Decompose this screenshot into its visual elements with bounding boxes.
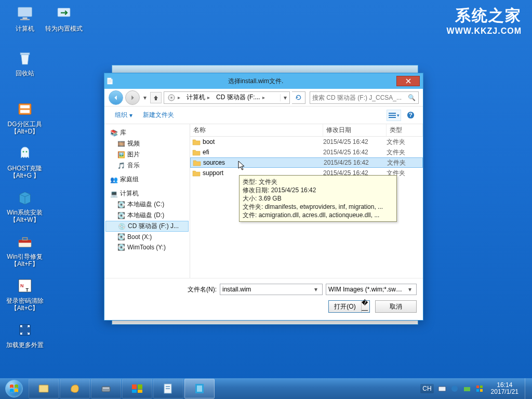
tree-pictures[interactable]: 🖼️图片 — [105, 149, 189, 160]
open-split-dropdown[interactable]: �— — [361, 301, 369, 312]
svg-point-8 — [22, 151, 24, 153]
drive-icon: 💽 — [117, 211, 125, 220]
breadcrumb-seg[interactable]: CD 驱动器 (F:... — [216, 93, 260, 102]
file-type-filter[interactable]: WIM Images (*.wim;*.swm;*.‹ ▾ — [326, 284, 417, 295]
taskbar-app-3[interactable] — [91, 379, 121, 398]
search-icon[interactable]: 🔍 — [408, 94, 416, 101]
clock-date: 2017/1/21 — [491, 389, 518, 395]
filename-input[interactable] — [222, 286, 312, 293]
svg-text:T: T — [25, 287, 29, 292]
keyboard-icon[interactable] — [438, 384, 446, 393]
desktop-icon-label: DG分区工具 【Alt+D】 — [8, 121, 42, 135]
nav-history-dropdown[interactable]: ▾ — [142, 92, 148, 103]
tree-libraries[interactable]: 📚库 — [105, 127, 189, 138]
desktop-icon-ghost-clone[interactable]: GHOST克隆 【Alt+G 】 — [5, 143, 44, 179]
refresh-button[interactable] — [292, 91, 305, 104]
desktop-icon-win-install[interactable]: Win系统安装 【Alt+W】 — [5, 187, 44, 223]
watermark: 系统之家 WWW.KKZJ.COM — [447, 5, 522, 36]
cancel-button[interactable]: 取消 — [375, 300, 417, 313]
nav-forward-button[interactable] — [125, 90, 140, 105]
svg-rect-27 — [132, 384, 137, 389]
cd-drive-icon — [167, 94, 176, 102]
taskbar-app-1[interactable] — [29, 379, 59, 398]
desktop-icon-password-clear[interactable]: NT 登录密码清除 【Alt+C】 — [5, 275, 44, 312]
desktop-icon-boot-repair[interactable]: Win引导修复 【Alt+F】 — [5, 231, 44, 268]
cd-drive-icon: 💿 — [117, 222, 126, 231]
svg-rect-2 — [20, 19, 30, 20]
tree-drive-x[interactable]: 💽Boot (X:) — [105, 232, 189, 242]
filename-label: 文件名(N): — [188, 285, 217, 294]
svg-rect-32 — [166, 386, 170, 387]
file-row[interactable]: sources 2015/4/25 16:42 文件夹 — [190, 157, 423, 168]
desktop-icon-load-more[interactable]: 加载更多外置 — [5, 320, 44, 349]
tree-drive-f[interactable]: 💿CD 驱动器 (F:) J... — [105, 221, 189, 232]
tree-drive-y[interactable]: 💽WimTools (Y:) — [105, 242, 189, 252]
file-list: 名称 修改日期 类型 boot 2015/4/25 16:42 文件夹 efi … — [190, 124, 423, 278]
desktop-icon-dg-partition[interactable]: DG分区工具 【Alt+D】 — [5, 99, 44, 135]
tree-drive-c[interactable]: 💽本地磁盘 (C:) — [105, 199, 189, 210]
new-folder-button[interactable]: 新建文件夹 — [138, 110, 179, 121]
organize-menu[interactable]: 组织▾ — [110, 110, 138, 121]
nav-back-button[interactable] — [109, 90, 123, 105]
dialog-footer: 文件名(N): ▾ WIM Images (*.wim;*.swm;*.‹ ▾ … — [104, 278, 423, 320]
desktop-icon-label: Win系统安装 【Alt+W】 — [7, 209, 43, 223]
address-bar[interactable]: ▸ 计算机▸ CD 驱动器 (F:...▸ ▾ — [164, 91, 290, 104]
drive-icon: 💽 — [117, 243, 125, 251]
desktop-icon-label: 计算机 — [16, 25, 34, 32]
tree-music[interactable]: 🎵音乐 — [105, 160, 189, 171]
taskbar-app-5[interactable] — [153, 379, 183, 398]
tray-icon-3[interactable] — [475, 384, 484, 393]
search-box[interactable]: 🔍 — [310, 91, 419, 104]
watermark-url: WWW.KKZJ.COM — [447, 26, 522, 36]
tree-computer[interactable]: 💻计算机 — [105, 188, 189, 199]
chevron-down-icon[interactable]: ▾ — [312, 286, 320, 293]
address-dropdown[interactable]: ▾ — [280, 94, 289, 101]
svg-rect-40 — [480, 385, 483, 388]
taskbar-app-4[interactable] — [122, 379, 152, 398]
homegroup-icon: 👥 — [110, 176, 118, 184]
computer-icon: 💻 — [110, 190, 118, 198]
recycle-bin-icon — [15, 48, 35, 69]
col-name[interactable]: 名称 — [190, 124, 323, 136]
col-type[interactable]: 类型 — [387, 124, 423, 136]
desktop-icon-label: 回收站 — [16, 70, 34, 77]
video-icon: 🎞️ — [117, 140, 125, 148]
col-date[interactable]: 修改日期 — [323, 124, 387, 136]
nav-tree[interactable]: 📚库 🎞️视频 🖼️图片 🎵音乐 👥家庭组 💻计算机 💽本地磁盘 (C:) 💽本… — [104, 124, 190, 278]
show-desktop-button[interactable] — [525, 378, 532, 399]
folder-icon — [190, 169, 203, 177]
nav-up-button[interactable] — [150, 92, 162, 103]
breadcrumb-seg[interactable]: 计算机 — [187, 93, 205, 102]
svg-rect-1 — [22, 18, 27, 19]
svg-rect-39 — [476, 385, 479, 388]
filename-combo[interactable]: ▾ — [220, 284, 323, 295]
taskbar-app-active[interactable] — [184, 379, 215, 398]
open-button[interactable]: 打开(O) �— — [328, 300, 370, 313]
desktop-icon-switch-mode[interactable]: 转为内置模式 — [44, 3, 83, 32]
language-indicator[interactable]: CH — [420, 384, 433, 393]
dialog-titlebar[interactable]: 📄 选择install.wim文件. — [104, 73, 423, 89]
file-row[interactable]: efi 2015/4/25 16:42 文件夹 — [190, 147, 423, 157]
tray-icon-1[interactable] — [450, 384, 459, 393]
tree-drive-d[interactable]: 💽本地磁盘 (D:) — [105, 210, 189, 221]
view-mode-button[interactable]: ▾ — [387, 110, 401, 121]
tree-homegroup[interactable]: 👥家庭组 — [105, 174, 189, 185]
clock[interactable]: 16:14 2017/1/21 — [488, 382, 522, 395]
file-row[interactable]: boot 2015/4/25 16:42 文件夹 — [190, 137, 423, 147]
column-headers[interactable]: 名称 修改日期 类型 — [190, 124, 423, 137]
start-button[interactable] — [0, 378, 28, 399]
taskbar-app-2[interactable] — [60, 379, 90, 398]
tree-videos[interactable]: 🎞️视频 — [105, 138, 189, 149]
help-button[interactable]: ? — [403, 110, 418, 121]
drive-icon: 💽 — [117, 233, 125, 241]
desktop-icon-label: 登录密码清除 【Alt+C】 — [6, 297, 44, 312]
chevron-right-icon: ▸ — [262, 95, 265, 100]
drive-icon: 💽 — [117, 201, 125, 209]
search-input[interactable] — [312, 94, 408, 101]
tray-icon-2[interactable] — [463, 384, 471, 393]
desktop-icon-recycle-bin[interactable]: 回收站 — [5, 48, 44, 77]
close-button[interactable] — [396, 76, 420, 86]
desktop-icon-computer[interactable]: 计算机 — [5, 3, 44, 32]
svg-point-9 — [25, 151, 27, 153]
svg-rect-25 — [102, 387, 110, 392]
